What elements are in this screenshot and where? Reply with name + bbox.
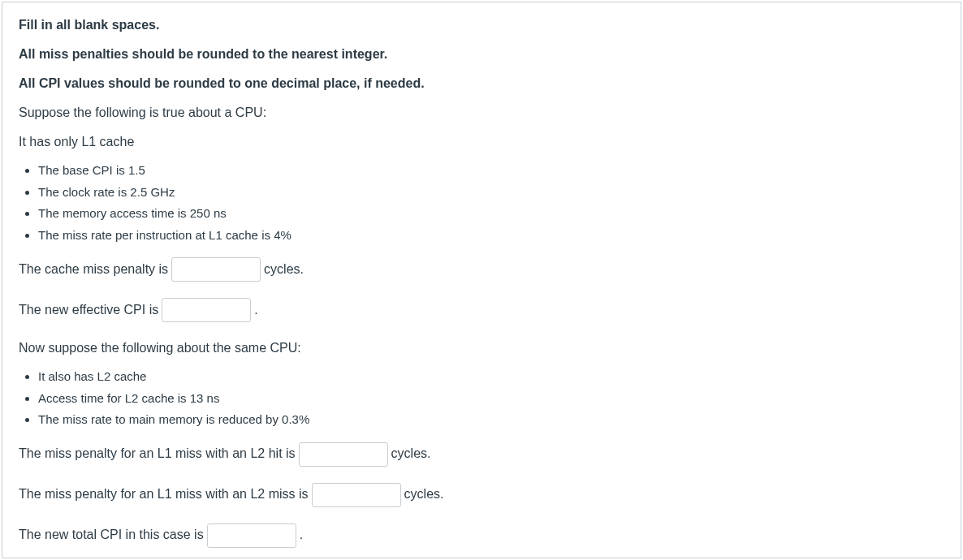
q3-input[interactable] — [299, 442, 388, 467]
q4-text-after: cycles. — [404, 483, 444, 506]
instruction-2: All miss penalties should be rounded to … — [19, 45, 944, 64]
q5-input[interactable] — [207, 523, 296, 548]
list-item: The miss rate to main memory is reduced … — [38, 411, 944, 429]
q1-text-before: The cache miss penalty is — [19, 258, 168, 282]
instruction-3: All CPI values should be rounded to one … — [19, 74, 944, 93]
list-item: The clock rate is 2.5 GHz — [38, 183, 944, 202]
q1-text-after: cycles. — [264, 258, 304, 282]
section1-intro2: It has only L1 cache — [19, 132, 944, 152]
section2-bullets: It also has L2 cache Access time for L2 … — [19, 368, 944, 429]
question-3: The miss penalty for an L1 miss with an … — [19, 442, 944, 467]
list-item: The memory access time is 250 ns — [38, 205, 944, 223]
q2-text-after: . — [254, 299, 257, 322]
section1-bullets: The base CPI is 1.5 The clock rate is 2.… — [19, 162, 944, 244]
section2-intro: Now suppose the following about the same… — [19, 338, 944, 358]
q5-text-before: The new total CPI in this case is — [19, 523, 204, 547]
q4-text-before: The miss penalty for an L1 miss with an … — [19, 483, 309, 506]
q3-text-before: The miss penalty for an L1 miss with an … — [19, 442, 296, 466]
q3-text-after: cycles. — [391, 442, 431, 466]
q2-input[interactable] — [162, 298, 251, 322]
list-item: The miss rate per instruction at L1 cach… — [38, 226, 944, 245]
q2-text-before: The new effective CPI is — [19, 299, 158, 322]
question-5: The new total CPI in this case is . — [19, 523, 944, 548]
list-item: The base CPI is 1.5 — [38, 162, 944, 180]
q4-input[interactable] — [312, 483, 401, 507]
list-item: Access time for L2 cache is 13 ns — [38, 390, 944, 408]
q5-text-after: . — [300, 523, 303, 547]
list-item: It also has L2 cache — [38, 368, 944, 386]
instruction-1: Fill in all blank spaces. — [19, 15, 944, 35]
q1-input[interactable] — [171, 257, 261, 282]
question-container: Fill in all blank spaces. All miss penal… — [2, 2, 961, 558]
section1-intro1: Suppose the following is true about a CP… — [19, 103, 944, 123]
question-4: The miss penalty for an L1 miss with an … — [19, 483, 944, 507]
question-1: The cache miss penalty is cycles. — [19, 257, 944, 282]
question-2: The new effective CPI is . — [19, 298, 944, 322]
